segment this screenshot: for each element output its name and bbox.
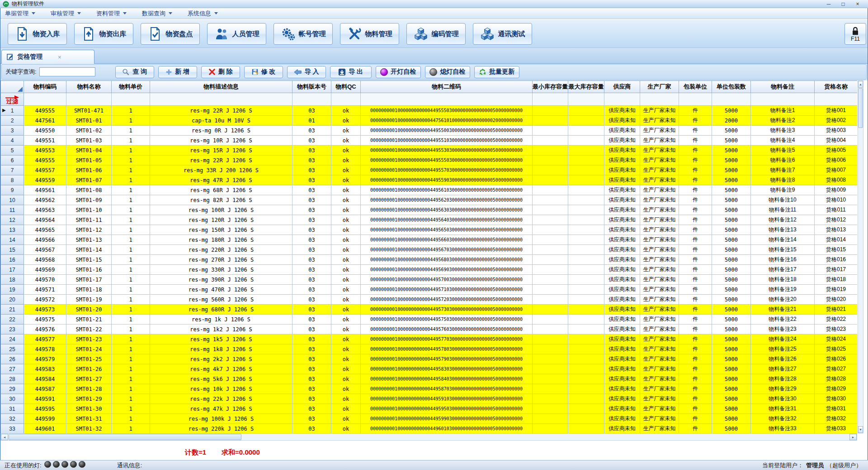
- cell[interactable]: SMT01-13: [66, 235, 112, 245]
- cell[interactable]: 449564: [24, 215, 66, 225]
- cell[interactable]: SMT01-25: [66, 354, 112, 364]
- cell[interactable]: ok: [331, 315, 361, 324]
- cell[interactable]: res-mg 390R J 1206 S: [150, 275, 292, 285]
- row-selector[interactable]: 3: [1, 126, 24, 136]
- cell[interactable]: 03: [292, 344, 331, 354]
- cell[interactable]: 03: [292, 315, 331, 324]
- cell[interactable]: 供应商未知: [604, 404, 640, 414]
- cell[interactable]: 449572: [24, 295, 66, 305]
- cell[interactable]: 供应商未知: [604, 265, 640, 275]
- cell[interactable]: 03: [292, 275, 331, 285]
- cell[interactable]: [568, 424, 604, 434]
- cell[interactable]: 449578: [24, 344, 66, 354]
- row-selector[interactable]: 19: [1, 285, 24, 295]
- cell[interactable]: 5000: [712, 315, 751, 324]
- cell[interactable]: 货格008: [815, 175, 858, 185]
- cell[interactable]: 449583: [24, 364, 66, 374]
- table-row[interactable]: ▶1449555SMT01-4711res-mg 22R J 1206 S03o…: [1, 106, 858, 116]
- cell[interactable]: 03: [292, 146, 331, 155]
- cell[interactable]: 供应商未知: [604, 225, 640, 235]
- cell[interactable]: 货格028: [815, 374, 858, 384]
- cell[interactable]: 03: [292, 155, 331, 165]
- cell[interactable]: 1: [112, 255, 150, 265]
- cell[interactable]: 449565: [24, 225, 66, 235]
- row-selector[interactable]: 27: [1, 364, 24, 374]
- cell[interactable]: res-mg 1k5 J 1206 S: [150, 334, 292, 344]
- cell[interactable]: 1: [112, 384, 150, 394]
- cell[interactable]: ok: [331, 126, 361, 136]
- cell[interactable]: 供应商未知: [604, 344, 640, 354]
- cell[interactable]: [568, 324, 604, 334]
- row-selector[interactable]: 16: [1, 255, 24, 265]
- close-button[interactable]: ×: [854, 0, 862, 8]
- column-header[interactable]: 最大库存容量: [568, 81, 604, 93]
- cell[interactable]: 件: [679, 295, 712, 305]
- cell[interactable]: 449599: [24, 414, 66, 424]
- cell[interactable]: SMT01-471: [66, 106, 112, 116]
- cell[interactable]: 生产厂家未知: [640, 116, 679, 126]
- cell[interactable]: [568, 245, 604, 255]
- cell[interactable]: 5000: [712, 414, 751, 424]
- cell[interactable]: 货格007: [815, 165, 858, 175]
- vertical-scrollbar[interactable]: ▲ ▼: [858, 80, 863, 433]
- table-row[interactable]: 22449575SMT01-211res-mg 1k J 1206 S03ok0…: [1, 315, 858, 324]
- cell[interactable]: 5000: [712, 155, 751, 165]
- cell[interactable]: 物料备注24: [751, 334, 815, 344]
- cell[interactable]: 5000: [712, 126, 751, 136]
- cell[interactable]: 03: [292, 384, 331, 394]
- table-row[interactable]: 4449551SMT01-031res-mg 10R J 1206 S03ok0…: [1, 136, 858, 146]
- cell[interactable]: ok: [331, 185, 361, 195]
- cell[interactable]: 5000: [712, 285, 751, 295]
- cell[interactable]: 生产厂家未知: [640, 245, 679, 255]
- cell[interactable]: 供应商未知: [604, 305, 640, 315]
- filter-cell[interactable]: [679, 93, 712, 106]
- cell[interactable]: ok: [331, 215, 361, 225]
- cell[interactable]: 449587: [24, 384, 66, 394]
- cell[interactable]: 5000: [712, 265, 751, 275]
- cell[interactable]: 5000: [712, 404, 751, 414]
- cell[interactable]: 供应商未知: [604, 255, 640, 265]
- cell[interactable]: 货格009: [815, 185, 858, 195]
- cell[interactable]: res-mg 100k J 1206 S: [150, 414, 292, 424]
- menu-item-system[interactable]: 系统信息: [188, 9, 218, 18]
- cell[interactable]: 1: [112, 146, 150, 155]
- cell[interactable]: 生产厂家未知: [640, 285, 679, 295]
- cell[interactable]: 0000000001000000000000449565030000000000…: [361, 225, 533, 235]
- cell[interactable]: [533, 116, 568, 126]
- cell[interactable]: 件: [679, 394, 712, 404]
- cell[interactable]: [533, 404, 568, 414]
- cell[interactable]: 物料备注30: [751, 394, 815, 404]
- cell[interactable]: 1: [112, 295, 150, 305]
- cell[interactable]: 0000000001000000000000449550030000000000…: [361, 126, 533, 136]
- filter-cell[interactable]: [292, 93, 331, 106]
- row-selector[interactable]: 23: [1, 324, 24, 334]
- cell[interactable]: res-mg 68R J 1206 S: [150, 185, 292, 195]
- delete-button[interactable]: 删 除: [201, 66, 240, 78]
- table-row[interactable]: 8449559SMT01-071res-mg 47R J 1206 S03ok0…: [1, 175, 858, 185]
- cell[interactable]: 物料备注5: [751, 146, 815, 155]
- cell[interactable]: 5000: [712, 324, 751, 334]
- cell[interactable]: 1: [112, 354, 150, 364]
- cell[interactable]: ok: [331, 334, 361, 344]
- cell[interactable]: 货格027: [815, 364, 858, 374]
- cell[interactable]: res-mg 680R J 1206 S: [150, 305, 292, 315]
- cell[interactable]: ok: [331, 106, 361, 116]
- row-selector[interactable]: ▶1: [1, 106, 24, 116]
- cell[interactable]: 物料备注18: [751, 275, 815, 285]
- cell[interactable]: 0000000001000000000000449575030000000000…: [361, 315, 533, 324]
- cell[interactable]: [533, 265, 568, 275]
- cell[interactable]: 5000: [712, 195, 751, 205]
- cell[interactable]: 件: [679, 155, 712, 165]
- filter-cell[interactable]: [604, 93, 640, 106]
- cell[interactable]: 物料备注15: [751, 245, 815, 255]
- cell[interactable]: 5000: [712, 295, 751, 305]
- cell[interactable]: 物料备注31: [751, 404, 815, 414]
- cell[interactable]: 供应商未知: [604, 136, 640, 146]
- cell[interactable]: 生产厂家未知: [640, 215, 679, 225]
- cell[interactable]: 1: [112, 334, 150, 344]
- cell[interactable]: 供应商未知: [604, 384, 640, 394]
- cell[interactable]: [533, 126, 568, 136]
- column-header[interactable]: 物料备注: [751, 81, 815, 93]
- cell[interactable]: 件: [679, 315, 712, 324]
- table-row[interactable]: 18449570SMT01-171res-mg 390R J 1206 S03o…: [1, 275, 858, 285]
